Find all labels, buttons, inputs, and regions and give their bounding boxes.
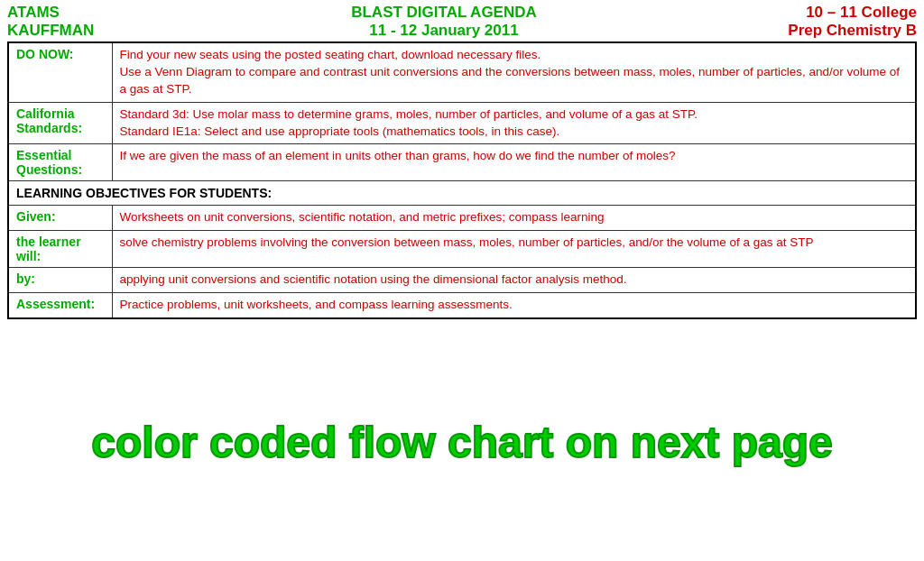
given-label: Given:	[8, 206, 112, 231]
essential-questions-content: If we are given the mass of an element i…	[112, 144, 916, 181]
by-content: applying unit conversions and scientific…	[112, 268, 916, 293]
do-now-row: DO NOW: Find your new seats using the po…	[8, 42, 916, 102]
given-content: Worksheets on unit conversions, scientif…	[112, 206, 916, 231]
blast-title: BLAST DIGITAL AGENDA	[351, 4, 537, 22]
agenda-table: DO NOW: Find your new seats using the po…	[7, 41, 917, 319]
standards-label: CaliforniaStandards:	[8, 102, 112, 144]
given-row: Given: Worksheets on unit conversions, s…	[8, 206, 916, 231]
assessment-row: Assessment: Practice problems, unit work…	[8, 293, 916, 318]
assessment-content: Practice problems, unit worksheets, and …	[112, 293, 916, 318]
learning-objectives-header: LEARNING OBJECTIVES FOR STUDENTS:	[8, 181, 916, 206]
header-center: BLAST DIGITAL AGENDA 11 - 12 January 201…	[152, 4, 736, 40]
grade-line2: Prep Chemistry B	[788, 22, 917, 40]
header-left: ATAMS KAUFFMAN	[7, 4, 152, 40]
grade-line1: 10 – 11 College	[806, 4, 917, 22]
standards-row: CaliforniaStandards: Standard 3d: Use mo…	[8, 102, 916, 144]
header: ATAMS KAUFFMAN BLAST DIGITAL AGENDA 11 -…	[0, 0, 924, 41]
footer-text: color coded flow chart on next page	[91, 418, 832, 467]
header-right: 10 – 11 College Prep Chemistry B	[736, 4, 917, 40]
kauffman-label: KAUFFMAN	[7, 22, 152, 40]
learner-content: solve chemistry problems involving the c…	[112, 231, 916, 268]
learner-label: the learnerwill:	[8, 231, 112, 268]
assessment-label: Assessment:	[8, 293, 112, 318]
essential-questions-row: EssentialQuestions: If we are given the …	[8, 144, 916, 181]
learning-objectives-header-row: LEARNING OBJECTIVES FOR STUDENTS:	[8, 181, 916, 206]
by-row: by: applying unit conversions and scient…	[8, 268, 916, 293]
do-now-content: Find your new seats using the posted sea…	[112, 42, 916, 102]
do-now-label: DO NOW:	[8, 42, 112, 102]
date-label: 11 - 12 January 2011	[369, 22, 518, 40]
standards-content: Standard 3d: Use molar mass to determine…	[112, 102, 916, 144]
essential-questions-label: EssentialQuestions:	[8, 144, 112, 181]
footer: color coded flow chart on next page	[0, 319, 924, 561]
learner-row: the learnerwill: solve chemistry problem…	[8, 231, 916, 268]
atams-label: ATAMS	[7, 4, 152, 22]
by-label: by:	[8, 268, 112, 293]
